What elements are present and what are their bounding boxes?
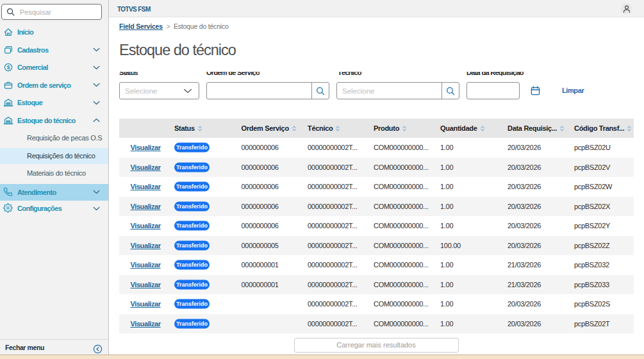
svg-text:$: $: [7, 64, 10, 71]
